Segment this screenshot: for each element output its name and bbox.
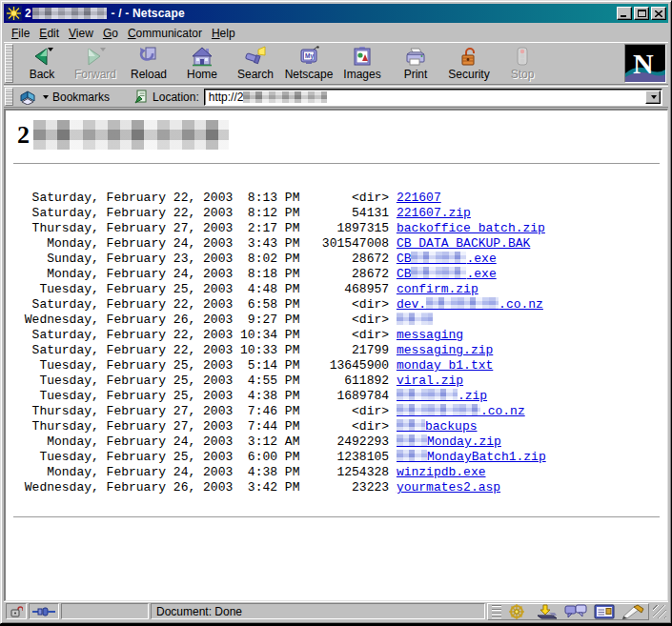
stop-button[interactable]: Stop [496,44,549,84]
listing-row-details: Monday, February 24, 2003 3:12 AM 249229… [17,434,397,449]
censored-heading-text [33,120,229,150]
component-bar [487,603,649,620]
stop-icon [511,46,534,67]
resize-grip[interactable] [653,605,666,618]
browser-viewport: 2 Saturday, February 22, 2003 8:13 PM <d… [4,109,668,601]
home-button[interactable]: Home [175,44,229,84]
file-link[interactable]: backups [397,419,478,434]
file-link[interactable]: monday b1.txt [397,358,493,373]
censored-url-text [243,91,327,103]
online-status-button[interactable] [29,603,59,619]
my-netscape-button[interactable]: My Netscape [282,44,336,84]
security-icon [458,46,480,67]
images-button[interactable]: Images [336,44,389,84]
svg-text:My: My [305,52,314,60]
menu-help[interactable]: Help [210,25,243,42]
file-link[interactable]: dev..co.nz [397,297,543,312]
file-link[interactable]: .zip [397,389,487,403]
listing-row: Monday, February 24, 2003 3:12 AM 249229… [17,434,667,450]
discussions-icon[interactable] [564,604,587,619]
file-link[interactable]: 221607 [397,191,441,205]
security-button[interactable]: Security [442,44,496,84]
file-link[interactable]: 221607.zip [397,206,471,220]
address-book-icon[interactable] [593,604,616,619]
listing-row: Thursday, February 27, 2003 7:46 PM <dir… [17,404,667,419]
location-icon [134,90,148,104]
maximize-icon [638,10,646,17]
netscape-app-icon [6,6,22,21]
status-message: Document: Done [151,603,485,619]
security-status-button[interactable] [6,603,27,619]
title-bar[interactable]: 2 - / - Netscape [4,4,668,23]
url-dropdown-button[interactable] [645,91,661,104]
file-link[interactable]: CB DATA BACKUP.BAK [397,236,530,251]
listing-row: Monday, February 24, 2003 3:43 PM 301547… [17,236,667,252]
file-link[interactable]: CB.exe [397,252,497,266]
listing-row-details: Thursday, February 27, 2003 7:44 PM <dir… [17,419,397,434]
inbox-icon[interactable] [536,604,559,619]
listing-row-details: Saturday, February 22, 2003 8:13 PM <dir… [17,191,397,205]
listing-row-details: Saturday, February 22, 2003 6:58 PM <dir… [17,297,397,312]
component-bar-grip[interactable] [492,605,501,618]
file-link[interactable]: yourmates2.asp [397,480,500,495]
listing-row-details: Wednesday, February 26, 2003 9:27 PM <di… [17,313,397,327]
location-input[interactable]: http://2 [204,89,662,106]
images-icon [351,46,374,67]
file-link[interactable]: confirm.zip [397,282,479,296]
listing-row-details: Saturday, February 22, 2003 8:12 PM 5413… [17,206,397,220]
censored-filename [397,434,427,447]
listing-row: Thursday, February 27, 2003 2:17 PM 1897… [17,221,667,236]
maximize-button[interactable] [634,7,649,20]
reload-icon [137,46,160,67]
back-button[interactable]: Back [15,44,69,84]
listing-row-details: Monday, February 24, 2003 3:43 PM 301547… [17,236,397,251]
forward-button[interactable]: Forward [69,44,122,84]
menu-go[interactable]: Go [101,25,126,42]
file-link[interactable]: .co.nz [397,404,525,418]
netscape-n-logo[interactable]: N [624,44,666,83]
status-bar: Document: Done [4,601,668,620]
composer-icon[interactable] [621,604,644,619]
menu-edit[interactable]: Edit [37,25,67,42]
minimize-button[interactable] [617,7,632,20]
listing-row-details: Monday, February 24, 2003 4:38 PM 125432… [17,465,397,479]
reload-button[interactable]: Reload [122,44,175,84]
my-netscape-icon: My [297,46,320,67]
censored-filename [397,313,433,325]
location-toolbar-grip[interactable] [5,88,13,106]
listing-row-details: Tuesday, February 25, 2003 4:55 PM 61189… [17,374,397,388]
listing-row-details: Tuesday, February 25, 2003 4:38 PM 16897… [17,389,397,403]
file-link[interactable]: Monday.zip [397,434,501,449]
toolbar-grip[interactable] [5,44,13,83]
file-link[interactable]: viral.zip [397,374,463,388]
close-button[interactable] [651,7,666,20]
close-icon [655,10,662,17]
search-icon [244,46,267,67]
minimize-icon [621,10,628,17]
file-link[interactable]: MondayBatch1.zip [397,450,546,464]
menu-file[interactable]: File [10,25,37,42]
file-link[interactable] [397,313,433,327]
navigator-wheel-icon[interactable] [507,604,530,619]
file-link[interactable]: winzipdb.exe [397,465,486,479]
print-icon [404,46,427,67]
menu-view[interactable]: View [67,25,101,42]
listing-row: Saturday, February 22, 2003 6:58 PM <dir… [17,297,667,313]
page-heading: 2 [17,120,667,150]
security-lock-icon [10,605,23,617]
search-button[interactable]: Search [229,44,282,84]
file-link[interactable]: CB.exe [397,267,497,281]
file-link[interactable]: messaging [397,328,463,342]
file-link[interactable]: messaging.zip [397,343,493,357]
menu-bar: File Edit View Go Communicator Help [4,25,668,42]
censored-title-text [32,8,107,19]
print-button[interactable]: Print [389,44,442,84]
listing-row-details: Saturday, February 22, 2003 10:34 PM <di… [17,328,397,342]
listing-row: Thursday, February 27, 2003 7:44 PM <dir… [17,419,667,434]
listing-row: Tuesday, February 25, 2003 4:38 PM 16897… [17,389,667,404]
menu-communicator[interactable]: Communicator [126,25,210,42]
listing-row-details: Wednesday, February 26, 2003 3:42 PM 232… [17,480,397,495]
forward-icon [84,46,107,67]
file-link[interactable]: backoffice batch.zip [397,221,545,235]
bookmarks-button[interactable]: Bookmarks [15,90,117,105]
